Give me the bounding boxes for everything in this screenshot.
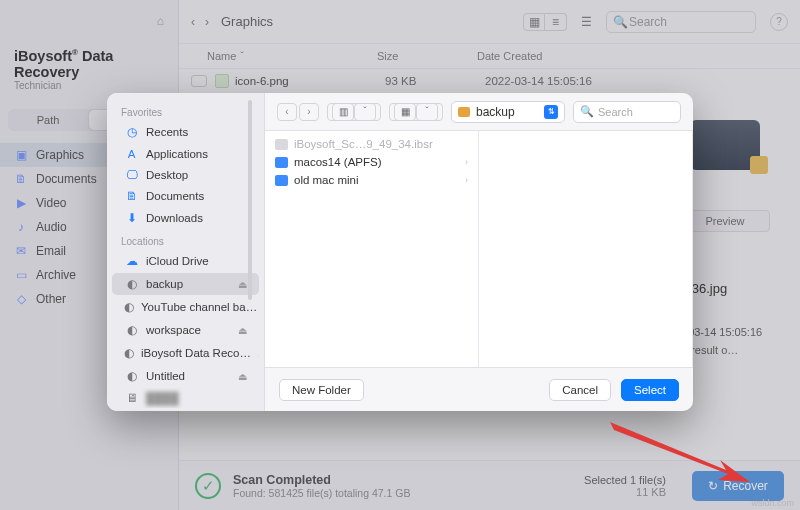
sidebar-item-location[interactable]: ◐workspace⏏	[112, 319, 259, 341]
locations-header: Locations	[107, 230, 264, 249]
updown-icon: ⇅	[544, 105, 558, 119]
dialog-back-button[interactable]: ‹	[277, 103, 297, 121]
eject-icon[interactable]: ⏏	[258, 348, 259, 359]
folder-icon	[275, 175, 288, 186]
documents-icon: 🗎	[124, 190, 139, 202]
save-dialog: Favorites ◷RecentsAApplications🖵Desktop🗎…	[107, 93, 693, 411]
desktop-icon: 🖵	[124, 169, 139, 181]
sidebar-item-label: ████	[146, 392, 179, 404]
dialog-sidebar-scrollbar[interactable]	[248, 100, 252, 300]
sidebar-item-label: Untitled	[146, 370, 185, 382]
cancel-button[interactable]: Cancel	[549, 379, 611, 401]
sidebar-item-label: iBoysoft Data Reco…	[141, 347, 251, 359]
column-entry[interactable]: macos14 (APFS)›	[265, 153, 478, 171]
dialog-footer: New Folder Cancel Select	[265, 367, 693, 411]
dialog-search-field[interactable]: 🔍 Search	[573, 101, 681, 123]
drive-icon: ◐	[124, 277, 139, 291]
eject-icon[interactable]: ⏏	[238, 325, 247, 336]
sidebar-item-label: YouTube channel ba…	[141, 301, 257, 313]
clock-icon: ◷	[124, 125, 139, 139]
entry-label: iBoysoft_Sc…9_49_34.ibsr	[294, 138, 433, 150]
dialog-current-folder: backup	[476, 105, 515, 119]
drive-icon: ◐	[124, 300, 134, 314]
drive-icon: ◐	[124, 346, 134, 360]
sidebar-item-location[interactable]: ⊕Network	[112, 409, 259, 411]
dialog-column-2	[479, 131, 693, 367]
sidebar-item-location[interactable]: ◐backup⏏	[112, 273, 259, 295]
select-button[interactable]: Select	[621, 379, 679, 401]
sidebar-item-desktop[interactable]: 🖵Desktop	[112, 165, 259, 185]
column-entry[interactable]: old mac mini›	[265, 171, 478, 189]
chevron-right-icon: ›	[465, 157, 468, 167]
dialog-path-popup[interactable]: backup ⇅	[451, 101, 565, 123]
sidebar-item-label: iCloud Drive	[146, 255, 209, 267]
favorites-header: Favorites	[107, 101, 264, 120]
dialog-group-button[interactable]: ▦ ˇ	[389, 103, 443, 121]
dialog-columns-view-button[interactable]: ▥ ˇ	[327, 103, 381, 121]
search-icon: 🔍	[580, 105, 594, 118]
sidebar-item-documents[interactable]: 🗎Documents	[112, 186, 259, 206]
sidebar-item-label: workspace	[146, 324, 201, 336]
sidebar-item-label: Documents	[146, 190, 204, 202]
dialog-sidebar: Favorites ◷RecentsAApplications🖵Desktop🗎…	[107, 93, 265, 411]
sidebar-item-location[interactable]: ◐Untitled⏏	[112, 365, 259, 387]
dialog-forward-button[interactable]: ›	[299, 103, 319, 121]
column-entry[interactable]: iBoysoft_Sc…9_49_34.ibsr	[265, 135, 478, 153]
drive-icon: ◐	[124, 369, 139, 383]
eject-icon[interactable]: ⏏	[238, 371, 247, 382]
sidebar-item-downloads[interactable]: ⬇Downloads	[112, 207, 259, 229]
apps-icon: A	[124, 148, 139, 160]
dialog-toolbar: ‹ › ▥ ˇ ▦ ˇ backup ⇅ 🔍 Search	[265, 93, 693, 131]
monitor-icon: 🖥	[124, 392, 139, 404]
sidebar-item-location[interactable]: ◐YouTube channel ba…⏏	[112, 296, 259, 318]
entry-label: macos14 (APFS)	[294, 156, 382, 168]
sidebar-item-recents[interactable]: ◷Recents	[112, 121, 259, 143]
dialog-column-browser: iBoysoft_Sc…9_49_34.ibsrmacos14 (APFS)›o…	[265, 131, 693, 367]
downloads-icon: ⬇	[124, 211, 139, 225]
entry-label: old mac mini	[294, 174, 359, 186]
chevron-right-icon: ›	[465, 175, 468, 185]
folder-icon	[458, 107, 470, 117]
dialog-column-1: iBoysoft_Sc…9_49_34.ibsrmacos14 (APFS)›o…	[265, 131, 479, 367]
dialog-search-placeholder: Search	[598, 106, 633, 118]
sidebar-item-label: Applications	[146, 148, 208, 160]
sidebar-item-location[interactable]: 🖥████	[112, 388, 259, 408]
sidebar-item-location[interactable]: ☁iCloud Drive	[112, 250, 259, 272]
folder-icon	[275, 157, 288, 168]
sidebar-item-label: Desktop	[146, 169, 188, 181]
sidebar-item-location[interactable]: ◐iBoysoft Data Reco…⏏	[112, 342, 259, 364]
drive-icon: ◐	[124, 323, 139, 337]
sidebar-item-applications[interactable]: AApplications	[112, 144, 259, 164]
icloud-icon: ☁	[124, 254, 139, 268]
sidebar-item-label: Downloads	[146, 212, 203, 224]
dialog-main: ‹ › ▥ ˇ ▦ ˇ backup ⇅ 🔍 Search iBoysoft_S…	[265, 93, 693, 411]
document-icon	[275, 139, 288, 150]
new-folder-button[interactable]: New Folder	[279, 379, 364, 401]
watermark: wsldn.com	[751, 498, 794, 508]
eject-icon[interactable]: ⏏	[238, 279, 247, 290]
sidebar-item-label: Recents	[146, 126, 188, 138]
sidebar-item-label: backup	[146, 278, 183, 290]
